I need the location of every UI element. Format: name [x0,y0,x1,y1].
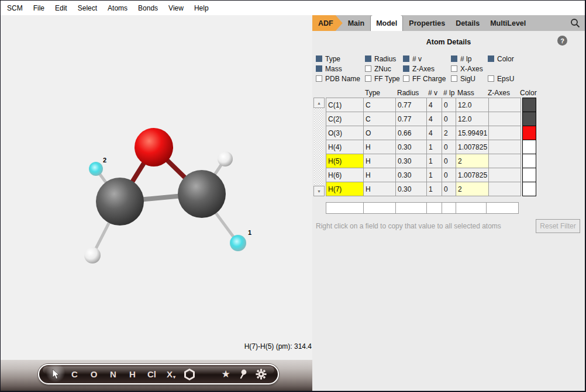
structure-tool-button[interactable]: ★ [217,368,235,380]
color-swatch[interactable] [522,140,536,154]
cell-z-axes[interactable] [489,182,521,196]
checkbox-type-box[interactable] [316,55,322,62]
cell-type[interactable]: C [364,98,396,112]
menu-select[interactable]: Select [78,4,97,12]
checkbox-num-lp-box[interactable] [451,55,457,62]
cell-num-v[interactable]: 4 [427,112,442,126]
tab-details[interactable]: Details [450,15,485,31]
cell-type[interactable]: H [364,140,396,154]
menu-bonds[interactable]: Bonds [138,4,158,12]
cell-mass[interactable]: 2 [456,154,489,168]
element-hydrogen-button[interactable]: H [123,369,142,379]
cell-num-v[interactable]: 4 [427,98,442,112]
cell-z-axes[interactable] [489,140,521,154]
molecule-viewport[interactable]: 2 1 H(7)-H(5) (pm): 314.4 C O N H Cl [1,15,312,391]
checkbox-mass[interactable]: Mass [316,64,365,74]
scroll-down-button[interactable]: ▼ [313,186,325,196]
cell-name[interactable]: C(1) [326,98,364,112]
tab-main[interactable]: Main [343,15,370,31]
checkbox-pdb-name[interactable]: PDB Name [316,74,365,84]
cell-num-v[interactable]: 1 [427,154,442,168]
cell-num-lp[interactable]: 0 [442,154,456,168]
atom-h7-hydrogen-selected[interactable] [230,235,246,251]
checkbox-num-lp[interactable]: # lp [451,54,488,64]
tab-multilevel[interactable]: MultiLevel [485,15,531,31]
cell-z-axes[interactable] [489,168,521,182]
checkbox-x-axes[interactable]: X-Axes [451,64,488,74]
checkbox-epsu[interactable]: EpsU [488,74,585,84]
checkbox-color[interactable]: Color [488,54,585,64]
atom-h5-hydrogen-selected[interactable] [89,162,103,176]
cell-mass[interactable]: 12.0 [456,98,489,112]
cell-type[interactable]: H [364,154,396,168]
cell-num-lp[interactable]: 0 [442,182,456,196]
filter-num-lp-field[interactable] [442,203,456,214]
cell-type[interactable]: O [364,126,396,140]
menu-atoms[interactable]: Atoms [108,4,127,12]
cell-name[interactable]: H(4) [326,140,364,154]
filter-z-axes-field[interactable] [487,203,519,214]
menu-help[interactable]: Help [194,4,209,12]
cell-mass[interactable]: 1.007825 [456,140,489,154]
scroll-up-button[interactable]: ▲ [313,98,325,108]
cell-num-lp[interactable]: 0 [442,112,456,126]
cell-mass[interactable]: 12.0 [456,112,489,126]
reset-filter-button[interactable]: Reset Filter [536,219,580,233]
checkbox-num-v-box[interactable] [403,55,409,62]
checkbox-sigu-box[interactable] [451,75,457,82]
atom-o3-oxygen[interactable] [135,128,173,166]
atom-h6-hydrogen[interactable] [218,151,233,166]
element-oxygen-button[interactable]: O [84,369,104,379]
cell-num-lp[interactable]: 0 [442,98,456,112]
color-swatch[interactable] [522,168,536,182]
cell-z-axes[interactable] [489,112,521,126]
element-picker-button[interactable]: X▾ [161,369,181,380]
element-nitrogen-button[interactable]: N [104,369,123,379]
checkbox-x-axes-box[interactable] [451,65,457,72]
cell-type[interactable]: C [364,112,396,126]
select-cursor-tool[interactable] [47,369,65,380]
cell-num-v[interactable]: 1 [427,168,442,182]
checkbox-sigu[interactable]: SigU [451,74,488,84]
checkbox-ff-type-box[interactable] [365,75,371,82]
filter-mass-field[interactable] [456,203,487,214]
tab-properties[interactable]: Properties [404,15,450,31]
cell-radius[interactable]: 0.77 [396,98,427,112]
cell-z-axes[interactable] [489,154,521,168]
checkbox-ff-type[interactable]: FF Type [365,74,403,84]
color-swatch[interactable] [522,154,536,168]
color-swatch[interactable] [522,112,536,126]
color-swatch[interactable] [522,126,536,140]
cell-mass[interactable]: 2 [456,182,489,196]
checkbox-mass-box[interactable] [316,65,322,72]
scroll-track[interactable] [314,108,324,186]
cell-name[interactable]: H(6) [326,168,364,182]
checkbox-type[interactable]: Type [316,54,365,64]
cell-type[interactable]: H [364,168,396,182]
atom-c1-carbon[interactable] [96,178,144,226]
pointer-pin-button[interactable] [235,369,252,379]
cell-name[interactable]: H(5) [326,154,364,168]
settings-button[interactable] [252,369,270,380]
cell-mass[interactable]: 15.99491 [456,126,489,140]
menu-scm[interactable]: SCM [7,4,23,12]
checkbox-epsu-box[interactable] [488,75,494,82]
checkbox-radius-box[interactable] [365,55,371,62]
atom-h4-hydrogen[interactable] [84,247,101,263]
element-carbon-button[interactable]: C [65,369,84,379]
checkbox-z-axes[interactable]: Z-Axes [403,64,451,74]
checkbox-ff-charge[interactable]: FF Charge [403,74,451,84]
color-swatch[interactable] [522,182,536,196]
ring-tool-button[interactable] [181,369,198,380]
color-swatch[interactable] [522,98,536,112]
cell-num-v[interactable]: 4 [427,126,442,140]
cell-radius[interactable]: 0.30 [396,154,427,168]
filter-name-field[interactable] [326,203,364,214]
cell-num-v[interactable]: 1 [427,182,442,196]
search-button[interactable] [570,15,585,31]
cell-radius[interactable]: 0.77 [396,112,427,126]
checkbox-color-box[interactable] [488,55,494,62]
cell-z-axes[interactable] [489,126,521,140]
cell-name[interactable]: H(7) [326,182,364,196]
cell-radius[interactable]: 0.30 [396,140,427,154]
